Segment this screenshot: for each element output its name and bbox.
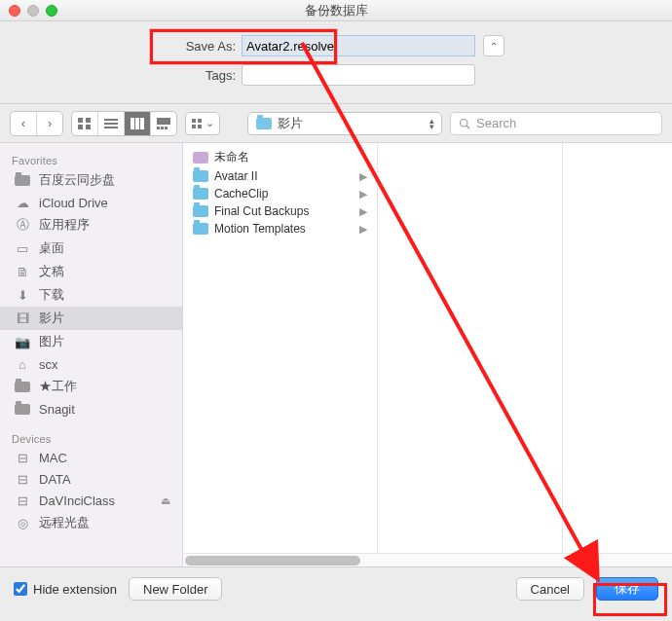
file-item-3[interactable]: Final Cut Backups▶ [183,202,377,220]
search-placeholder: Search [476,116,516,130]
sidebar-device-0[interactable]: ⊟MAC [0,447,182,468]
file-item-0[interactable]: 未命名 [183,147,377,167]
file-item-4[interactable]: Motion Templates▶ [183,220,377,237]
sidebar-item-label: iCloud Drive [39,196,108,210]
file-item-label: 未命名 [214,149,249,165]
disclosure-icon: ▶ [359,223,367,236]
sidebar-item-5[interactable]: ⬇︎下载 [0,283,182,307]
svg-line-19 [467,126,469,128]
view-list-button[interactable] [98,112,125,135]
svg-rect-6 [104,127,118,128]
svg-rect-16 [192,125,196,128]
sidebar-item-10[interactable]: Snagit [0,398,182,420]
svg-rect-9 [140,118,144,129]
new-folder-button[interactable]: New Folder [129,577,222,601]
sidebar-section-favorites: Favorites [0,149,182,168]
hide-extension-label: Hide extension [33,582,117,597]
sidebar-item-6[interactable]: 🎞影片 [0,307,182,330]
sidebar: Favorites 百度云同步盘☁︎iCloud DriveⒶ应用程序▭桌面🗎文… [0,143,183,566]
sidebar-item-label: DATA [39,472,71,487]
svg-rect-8 [135,118,139,129]
sidebar-device-2[interactable]: ⊟DaVInciClass⏏ [0,490,182,511]
sidebar-device-3[interactable]: ◎远程光盘 [0,511,182,534]
svg-rect-1 [86,118,91,123]
svg-rect-11 [157,127,160,129]
filename-input[interactable] [242,35,475,56]
save-button[interactable]: 保存 [596,577,658,601]
svg-point-18 [461,119,468,127]
sidebar-item-label: 下载 [39,286,64,304]
svg-rect-0 [78,118,83,123]
back-button[interactable]: ‹ [11,112,37,135]
tags-label: Tags: [168,68,236,83]
collapse-dialog-button[interactable]: ⌃ [483,35,504,56]
location-label: 影片 [278,115,303,132]
dialog-footer: Hide extension New Folder Cancel 保存 [0,567,672,610]
svg-rect-5 [104,123,118,125]
sidebar-item-label: ★工作 [39,378,77,395]
disclosure-icon: ▶ [359,205,367,218]
grouping-menu[interactable]: ⌄ [185,112,220,135]
disclosure-icon: ▶ [359,188,367,201]
search-icon [459,118,470,129]
svg-rect-17 [198,125,202,128]
sidebar-item-8[interactable]: ⌂scx [0,353,182,375]
folder-icon [193,188,208,200]
file-item-label: CacheClip [214,187,268,201]
view-gallery-button[interactable] [151,112,177,135]
sidebar-item-7[interactable]: 📷图片 [0,330,182,353]
sidebar-item-label: MAC [39,451,67,465]
disclosure-icon: ▶ [359,170,367,183]
sidebar-item-label: 文稿 [39,263,64,280]
svg-rect-12 [161,127,164,129]
svg-rect-2 [78,125,83,129]
view-mode-switcher [71,111,177,136]
updown-icon: ▴▾ [429,118,433,129]
file-browser: Favorites 百度云同步盘☁︎iCloud DriveⒶ应用程序▭桌面🗎文… [0,143,672,567]
sidebar-item-1[interactable]: ☁︎iCloud Drive [0,192,182,213]
svg-rect-4 [104,119,118,121]
scrollbar-thumb[interactable] [185,556,360,566]
horizontal-scrollbar[interactable] [183,553,672,566]
sidebar-item-label: 远程光盘 [39,514,90,531]
cancel-button[interactable]: Cancel [516,577,584,601]
file-column-2 [378,143,563,566]
svg-rect-10 [157,118,170,125]
file-item-2[interactable]: CacheClip▶ [183,185,377,202]
svg-rect-7 [131,118,134,129]
eject-icon[interactable]: ⏏ [161,494,170,507]
sidebar-item-9[interactable]: ★工作 [0,375,182,398]
file-item-label: Avatar II [214,169,257,183]
search-field[interactable]: Search [450,112,662,135]
file-item-1[interactable]: Avatar II▶ [183,167,377,185]
file-item-label: Motion Templates [214,222,306,236]
sidebar-item-label: 图片 [39,333,64,350]
sidebar-item-0[interactable]: 百度云同步盘 [0,168,182,192]
sidebar-item-2[interactable]: Ⓐ应用程序 [0,213,182,237]
tags-input[interactable] [242,64,475,86]
sidebar-item-label: DaVInciClass [39,493,115,508]
folder-icon [193,170,208,182]
sidebar-item-4[interactable]: 🗎文稿 [0,260,182,283]
nav-back-forward: ‹ › [10,111,63,136]
sidebar-item-label: 桌面 [39,239,64,257]
save-as-label: Save As: [168,39,236,54]
browser-toolbar: ‹ › ⌄ 影片 ▴▾ Search [0,104,672,143]
folder-icon [193,223,208,235]
titlebar: 备份数据库 [0,0,672,21]
sidebar-device-1[interactable]: ⊟DATA [0,468,182,490]
view-columns-button[interactable] [125,112,151,135]
svg-rect-3 [86,125,91,129]
sidebar-item-label: 应用程序 [39,216,90,234]
hide-extension-checkbox[interactable]: Hide extension [14,582,117,597]
view-icons-button[interactable] [72,112,98,135]
location-popup[interactable]: 影片 ▴▾ [247,112,442,135]
sidebar-item-label: 百度云同步盘 [39,171,115,189]
chevron-down-icon: ⌄ [205,117,214,129]
hide-extension-input[interactable] [14,582,27,596]
sidebar-item-3[interactable]: ▭桌面 [0,237,182,260]
sidebar-item-label: Snagit [39,402,75,417]
save-as-section: Save As: ⌃ Tags: [0,21,672,103]
forward-button[interactable]: › [37,112,63,135]
sidebar-section-devices: Devices [0,427,182,447]
